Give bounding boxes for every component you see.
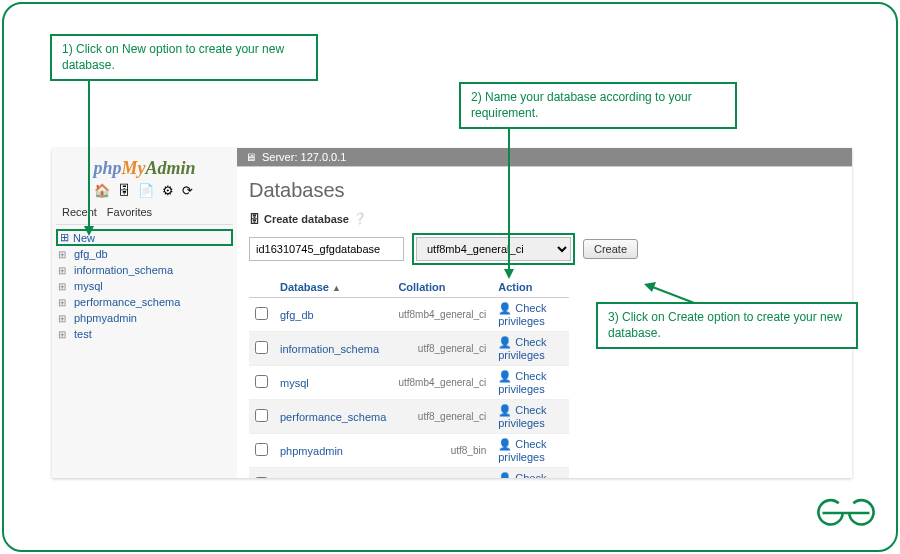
table-row: gfg_dbutf8mb4_general_ci👤 Check privileg… [249,298,569,332]
server-label: Server: 127.0.0.1 [262,151,346,163]
db-name-link[interactable]: phpmyadmin [274,434,392,468]
row-checkbox[interactable] [255,409,268,422]
db-name-link[interactable]: gfg_db [274,298,392,332]
callout-1-text: 1) Click on New option to create your ne… [62,42,284,72]
tutorial-frame: 1) Click on New option to create your ne… [2,2,898,552]
tree-item-gfg_db[interactable]: ⊞gfg_db [56,246,233,262]
db-name-link[interactable]: test [274,468,392,479]
callout-3-text: 3) Click on Create option to create your… [608,310,842,340]
page-title: Databases [249,179,840,202]
phpmyadmin-logo: phpMyAdmin [56,154,233,181]
tree-item-performance_schema[interactable]: ⊞performance_schema [56,294,233,310]
recent-tab[interactable]: Recent [62,206,97,218]
server-icon: 🖥 [245,151,256,163]
row-checkbox[interactable] [255,307,268,320]
privileges-icon: 👤 [498,438,512,450]
privileges-icon: 👤 [498,370,512,382]
expander-icon[interactable]: ⊞ [58,297,70,308]
db-collation: latin1_swedish_ci [392,468,492,479]
privileges-icon: 👤 [498,404,512,416]
db-name-link[interactable]: performance_schema [274,400,392,434]
new-tree-icon: ⊞ [60,231,69,244]
db-collation: utf8_bin [392,434,492,468]
tree-item-test[interactable]: ⊞test [56,326,233,342]
geeksforgeeks-logo [816,496,876,538]
db-collation: utf8mb4_general_ci [392,298,492,332]
help-icon[interactable]: ❔ [353,212,367,225]
tree-new-label: New [73,232,95,244]
row-checkbox[interactable] [255,443,268,456]
sidebar-toolbar[interactable]: 🏠 🗄 📄 ⚙ ⟳ [56,181,233,204]
collation-select[interactable]: utf8mb4_general_ci [416,237,571,261]
tree-item-mysql[interactable]: ⊞mysql [56,278,233,294]
privileges-icon: 👤 [498,472,512,478]
col-database[interactable]: Database ▲ [274,277,392,298]
table-row: phpmyadminutf8_bin👤 Check privileges [249,434,569,468]
create-db-form: utf8mb4_general_ci Create [249,233,840,265]
add-db-icon: 🗄 [249,213,260,225]
collation-highlight: utf8mb4_general_ci [412,233,575,265]
sort-asc-icon: ▲ [332,283,341,293]
row-checkbox[interactable] [255,477,268,478]
table-row: testlatin1_swedish_ci👤 Check privileges [249,468,569,479]
db-name-link[interactable]: mysql [274,366,392,400]
create-db-heading: 🗄 Create database ❔ [249,212,840,225]
create-button[interactable]: Create [583,239,638,259]
db-collation: utf8_general_ci [392,400,492,434]
callout-2-text: 2) Name your database according to your … [471,90,692,120]
db-collation: utf8_general_ci [392,332,492,366]
col-action: Action [492,277,569,298]
tree-item-information_schema[interactable]: ⊞information_schema [56,262,233,278]
expander-icon[interactable]: ⊞ [58,313,70,324]
sidebar: phpMyAdmin 🏠 🗄 📄 ⚙ ⟳ Recent Favorites ⊞ … [52,148,237,478]
privileges-icon: 👤 [498,302,512,314]
privileges-icon: 👤 [498,336,512,348]
callout-step-3: 3) Click on Create option to create your… [596,302,858,349]
col-collation[interactable]: Collation [392,277,492,298]
table-row: mysqlutf8mb4_general_ci👤 Check privilege… [249,366,569,400]
table-row: performance_schemautf8_general_ci👤 Check… [249,400,569,434]
db-name-link[interactable]: information_schema [274,332,392,366]
tree-item-phpmyadmin[interactable]: ⊞phpmyadmin [56,310,233,326]
callout-step-2: 2) Name your database according to your … [459,82,737,129]
tree-new[interactable]: ⊞ New [56,229,233,246]
expander-icon[interactable]: ⊞ [58,249,70,260]
expander-icon[interactable]: ⊞ [58,265,70,276]
db-name-input[interactable] [249,237,404,261]
favorites-tab[interactable]: Favorites [107,206,152,218]
db-collation: utf8mb4_general_ci [392,366,492,400]
callout-step-1: 1) Click on New option to create your ne… [50,34,318,81]
server-breadcrumb[interactable]: 🖥 Server: 127.0.0.1 [237,148,852,166]
table-row: information_schemautf8_general_ci👤 Check… [249,332,569,366]
recent-favorites: Recent Favorites [56,204,233,225]
expander-icon[interactable]: ⊞ [58,329,70,340]
row-checkbox[interactable] [255,375,268,388]
database-table: Database ▲ Collation Action gfg_dbutf8mb… [249,277,569,478]
row-checkbox[interactable] [255,341,268,354]
expander-icon[interactable]: ⊞ [58,281,70,292]
